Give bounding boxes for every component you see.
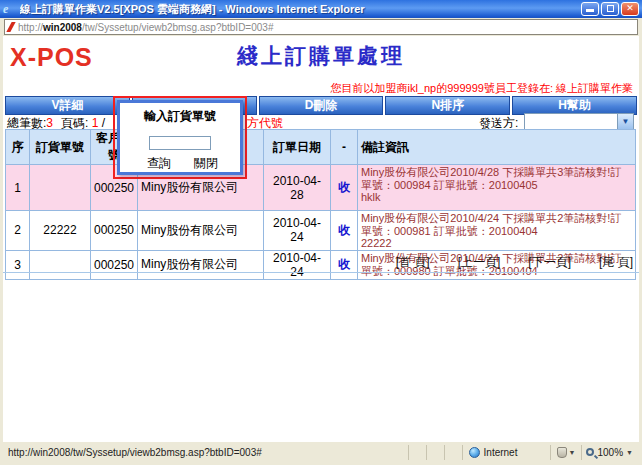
chevron-down-icon[interactable]: ▼ <box>617 114 633 129</box>
page-number-sep: / <box>98 116 105 130</box>
chevron-down-icon: ▼ <box>626 449 633 456</box>
remark-text: Miny股份有限公司2010/4/24 下採購單共2筆請核對!訂單號：00098… <box>361 212 621 237</box>
col-header-seq: 序 <box>6 130 30 165</box>
browser-window: e 線上訂購單作業V2.5[XPOS 雲端商務網] - Windows Inte… <box>0 0 642 465</box>
url-host: win2008 <box>43 22 82 33</box>
page-content: X-POS 綫上訂購單處理 您目前以加盟商ikl_np的999999號員工登錄在… <box>3 36 639 441</box>
cell-order-date: 2010-04-24 <box>264 211 331 251</box>
minimize-button[interactable] <box>581 2 599 16</box>
url-path: /tw/Syssetup/viewb2bmsg.asp?btbID=003# <box>82 22 274 33</box>
title-bar: e 線上訂購單作業V2.5[XPOS 雲端商務網] - Windows Inte… <box>0 0 642 18</box>
zoom-control[interactable]: 100% ▼ <box>581 445 637 460</box>
col-header-order-no: 訂貨單號 <box>30 130 91 165</box>
close-button[interactable]: ✕ <box>621 2 639 16</box>
magnifier-icon <box>586 448 594 456</box>
last-page-link[interactable]: [尾 頁] <box>599 254 633 271</box>
sender-select-value <box>525 114 617 129</box>
address-page-icon <box>6 22 15 32</box>
cell-seq: 2 <box>6 211 30 251</box>
dialog-close-button[interactable]: 關閉 <box>194 155 218 172</box>
dialog-title: 輸入訂貨單號 <box>120 108 240 125</box>
chevron-down-icon: ▼ <box>569 449 576 456</box>
cell-customer-code: 000250 <box>91 211 138 251</box>
pagination: [首 頁] [上一頁] [下一頁] [尾 頁] <box>3 254 633 270</box>
address-bar: http://win2008/tw/Syssetup/viewb2bmsg.as… <box>3 18 639 36</box>
prev-page-link[interactable]: [上一頁] <box>458 254 501 271</box>
status-url: http://win2008/tw/Syssetup/viewb2bmsg.as… <box>5 447 408 458</box>
remark-extra: 22222 <box>361 237 392 249</box>
address-field[interactable]: http://win2008/tw/Syssetup/viewb2bmsg.as… <box>4 19 638 35</box>
cell-recv: 收 <box>331 165 358 211</box>
cell-remark: Miny股份有限公司2010/4/28 下採購單共3筆請核對!訂單號：00098… <box>358 165 636 211</box>
window-title: 線上訂購單作業V2.5[XPOS 雲端商務網] - Windows Intern… <box>20 2 581 17</box>
table-header-row: 序 訂貨單號 客戶代號 訂單日期 - 備註資訊 <box>6 130 636 165</box>
order-number-input[interactable] <box>149 136 211 150</box>
cell-order-date: 2010-04-28 <box>264 165 331 211</box>
dialog-query-button[interactable]: 查詢 <box>147 155 171 172</box>
zoom-level: 100% <box>597 447 623 458</box>
status-bar: http://win2008/tw/Syssetup/viewb2bmsg.as… <box>3 441 639 462</box>
toolbar-button-detail[interactable]: V詳細 <box>5 96 130 115</box>
url-scheme: http:// <box>18 22 43 33</box>
cell-seq: 1 <box>6 165 30 211</box>
page-title: 綫上訂購單處理 <box>3 42 639 70</box>
cell-order-no <box>30 165 91 211</box>
protected-mode-control[interactable]: ▼ <box>550 445 582 460</box>
internet-globe-icon <box>469 447 480 458</box>
table-row[interactable]: 1 000250 Miny股份有限公司 2010-04-28 收 Miny股份有… <box>6 165 636 211</box>
info-row: 總筆數:3 頁碼: 1 / 方代號 發送方: ▼ <box>3 115 639 129</box>
cell-recv: 收 <box>331 211 358 251</box>
first-page-link[interactable]: [首 頁] <box>396 254 430 271</box>
toolbar-button-sort[interactable]: N排序 <box>385 96 510 115</box>
login-info: 您目前以加盟商ikl_np的999999號員工登錄在: 線上訂購單作業 <box>330 81 633 96</box>
cell-customer-name: Miny股份有限公司 <box>138 211 264 251</box>
table-row[interactable]: 2 22222 000250 Miny股份有限公司 2010-04-24 收 M… <box>6 211 636 251</box>
sender-select[interactable]: ▼ <box>524 113 634 130</box>
status-segment <box>444 445 462 460</box>
status-segment <box>426 445 444 460</box>
total-count-value: 3 <box>46 116 53 130</box>
divider <box>3 272 639 273</box>
security-zone: Internet <box>462 445 550 460</box>
status-segment <box>408 445 426 460</box>
col-header-dash: - <box>331 130 358 165</box>
page-number-label: 頁碼: <box>61 116 92 130</box>
col-header-order-date: 訂單日期 <box>264 130 331 165</box>
zone-label: Internet <box>484 447 518 458</box>
col-header-remark: 備註資訊 <box>358 130 636 165</box>
remark-text: Miny股份有限公司2010/4/28 下採購單共3筆請核對!訂單號：00098… <box>361 166 621 191</box>
ie-logo-icon: e <box>3 3 16 16</box>
cell-remark: Miny股份有限公司2010/4/24 下採購單共2筆請核對!訂單號：00098… <box>358 211 636 251</box>
total-count-label: 總筆數: <box>7 116 46 130</box>
remark-extra: hklk <box>361 191 381 203</box>
next-page-link[interactable]: [下一頁] <box>528 254 571 271</box>
toolbar-button-delete[interactable]: D刪除 <box>259 96 384 115</box>
shield-icon <box>557 447 567 458</box>
cell-order-no: 22222 <box>30 211 91 251</box>
order-number-dialog: 輸入訂貨單號 查詢 關閉 <box>117 100 243 175</box>
maximize-button[interactable] <box>601 2 619 16</box>
